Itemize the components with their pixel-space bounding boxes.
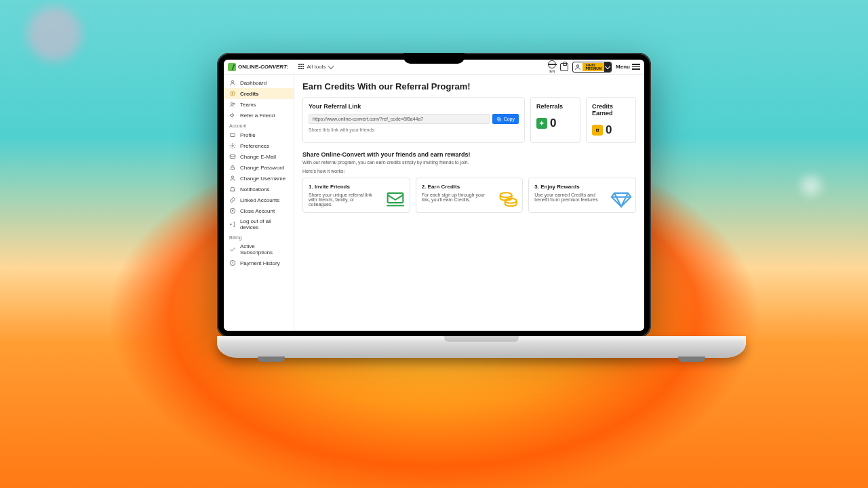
language-switch[interactable]: EN [548, 60, 556, 73]
referrals-label: Referrals [536, 103, 574, 110]
svg-point-9 [231, 176, 233, 178]
sidebar-item-subscriptions[interactable]: Active Subscriptions [224, 241, 294, 258]
language-label: EN [549, 69, 555, 73]
credits-value: 0 [606, 123, 612, 137]
globe-icon [548, 60, 556, 68]
sidebar-item-label: Dashboard [240, 80, 267, 86]
sidebar-item-label: Teams [240, 102, 256, 108]
laptop-notch [403, 53, 465, 64]
account-badge[interactable]: 24H/D PREMIUM [572, 62, 612, 73]
coin-icon [229, 90, 236, 97]
history-icon [229, 260, 236, 266]
referral-link-card: Your Referral Link https://www.online-co… [302, 97, 525, 143]
sidebar-item-dashboard[interactable]: Dashboard [224, 77, 294, 88]
sidebar-item-label: Refer a Friend [240, 113, 275, 119]
clipboard-button[interactable] [560, 63, 568, 71]
sidebar-item-logout-all[interactable]: Log out of all devices [224, 216, 294, 232]
step-rewards: 3. Enjoy Rewards Use your earned Credits… [528, 178, 636, 213]
sidebar-item-label: Change Username [240, 176, 285, 182]
badge-caret [604, 62, 611, 72]
sidebar-item-label: Log out of all devices [240, 218, 288, 230]
svg-point-6 [232, 145, 234, 147]
user-icon [229, 79, 236, 86]
link-icon [229, 197, 236, 203]
svg-rect-14 [387, 193, 403, 203]
chevron-down-icon [328, 63, 333, 68]
all-tools-dropdown[interactable]: All tools [298, 64, 333, 70]
sidebar-item-label: Credits [240, 91, 259, 97]
step-invite: 1. Invite Friends Share your unique refe… [302, 178, 410, 213]
page-title: Earn Credits With our Referral Program! [302, 81, 636, 92]
menu-button[interactable]: Menu [616, 64, 640, 70]
sidebar-item-change-email[interactable]: Change E-Mail [224, 151, 294, 162]
sidebar-item-label: Preferences [240, 143, 269, 149]
sidebar-item-preferences[interactable]: Preferences [224, 140, 294, 151]
referral-link-heading: Your Referral Link [309, 103, 519, 110]
sidebar-group-account: Account [224, 121, 294, 129]
sidebar-item-credits[interactable]: Credits [224, 88, 294, 99]
share-heading: Share Online-Convert with your friends a… [302, 151, 636, 158]
brand-suffix: : [287, 64, 289, 70]
brand-logo[interactable]: ONLINE-CONVERT: [228, 63, 289, 71]
sidebar-item-payment-history[interactable]: Payment History [224, 258, 294, 268]
svg-point-3 [231, 103, 233, 105]
brand-mark-icon [228, 63, 236, 71]
referral-link-hint: Share this link with your friends [309, 127, 519, 132]
lock-icon [229, 164, 236, 171]
close-circle-icon [229, 207, 236, 214]
copy-button[interactable]: Copy [492, 114, 519, 124]
share-subtext: With our referral program, you can earn … [302, 160, 636, 165]
sidebar-item-change-password[interactable]: Change Password [224, 162, 294, 173]
credits-stat-card: Credits Earned ¤ 0 [586, 97, 636, 143]
gear-icon [229, 142, 236, 149]
user-icon [229, 175, 236, 182]
sidebar-item-close-account[interactable]: Close Account [224, 205, 294, 216]
sidebar-item-profile[interactable]: Profile [224, 129, 294, 140]
laptop-mockup: ONLINE-CONVERT: All tools EN 24H/D PREMI… [217, 53, 651, 358]
svg-point-1 [231, 81, 233, 83]
credits-icon: ¤ [592, 125, 603, 136]
coins-icon [496, 186, 519, 211]
step-desc: Share your unique referral link with fri… [309, 192, 375, 207]
mail-icon [229, 153, 236, 160]
check-icon [229, 246, 236, 253]
copy-icon [496, 117, 502, 122]
sidebar-item-refer[interactable]: Refer a Friend [224, 110, 294, 121]
sidebar-group-billing: Billing [224, 232, 294, 241]
sidebar-item-teams[interactable]: Teams [224, 99, 294, 110]
envelope-icon [384, 186, 407, 211]
bell-icon [229, 186, 236, 192]
all-tools-label: All tools [307, 64, 326, 70]
megaphone-icon [229, 112, 236, 119]
laptop-base [217, 336, 746, 358]
sidebar-item-linked-accounts[interactable]: Linked Accounts [224, 195, 294, 205]
svg-point-0 [577, 64, 579, 66]
sidebar: Dashboard Credits Teams Refer a Friend A… [224, 75, 294, 331]
brand-text-b: CONVERT [260, 64, 287, 70]
main-content: Earn Credits With our Referral Program! … [294, 75, 644, 331]
sidebar-item-change-username[interactable]: Change Username [224, 173, 294, 184]
referrals-stat-card: Referrals ✦ 0 [530, 97, 580, 143]
sidebar-item-label: Change Password [240, 165, 284, 171]
bg-glow [27, 7, 81, 61]
sidebar-item-label: Active Subscriptions [240, 243, 288, 256]
brand-text-a: ONLINE- [238, 64, 260, 70]
hamburger-icon [632, 64, 640, 70]
menu-label: Menu [616, 64, 630, 70]
how-it-works-label: Here's how it works: [302, 169, 636, 174]
credits-label: Credits Earned [592, 103, 630, 117]
sidebar-item-label: Change E-Mail [240, 154, 276, 160]
grid-icon [298, 64, 304, 70]
user-icon [573, 64, 583, 70]
sidebar-item-label: Payment History [240, 260, 280, 266]
step-desc: For each sign up through your link, you'… [422, 192, 488, 202]
team-icon [229, 101, 236, 108]
id-icon [229, 131, 236, 138]
diamond-icon [610, 186, 633, 211]
sidebar-item-notifications[interactable]: Notifications [224, 184, 294, 195]
step-earn: 2. Earn Credits For each sign up through… [416, 178, 524, 213]
svg-rect-5 [231, 134, 235, 137]
logout-icon [229, 221, 236, 228]
svg-point-15 [500, 192, 512, 197]
referral-link-field[interactable]: https://www.online-convert.com/?ref_code… [309, 114, 490, 124]
